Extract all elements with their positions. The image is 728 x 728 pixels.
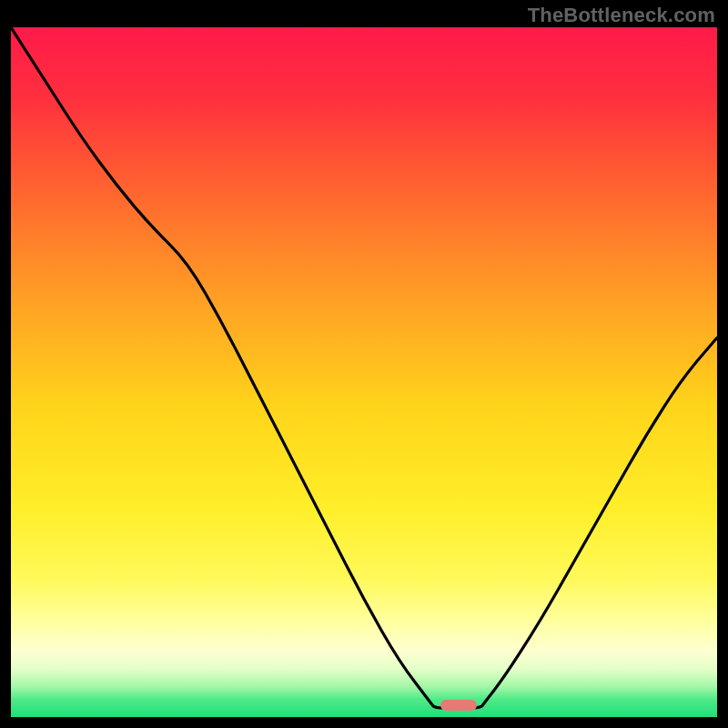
optimal-zone-marker [440, 700, 477, 711]
attribution-text: TheBottleneck.com [528, 4, 715, 27]
bottleneck-chart [11, 27, 717, 717]
gradient-background [11, 27, 717, 717]
chart-frame [11, 27, 717, 717]
